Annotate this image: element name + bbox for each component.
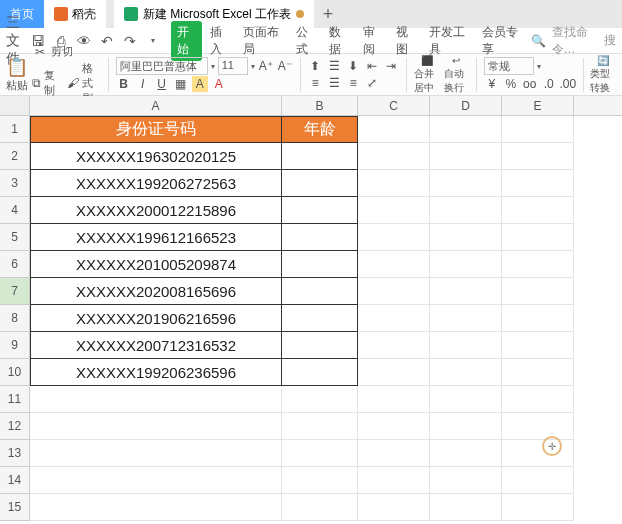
- row-header[interactable]: 7: [0, 278, 30, 305]
- cell[interactable]: [502, 278, 574, 305]
- paste-button[interactable]: 📋 粘贴: [6, 56, 28, 93]
- cell[interactable]: XXXXXX199206272563: [30, 170, 282, 197]
- cell[interactable]: [502, 143, 574, 170]
- cell[interactable]: [430, 359, 502, 386]
- cell[interactable]: [282, 413, 358, 440]
- cell[interactable]: [358, 386, 430, 413]
- row-header[interactable]: 14: [0, 467, 30, 494]
- cell[interactable]: [282, 332, 358, 359]
- cell[interactable]: [502, 494, 574, 521]
- type-convert-button[interactable]: 🔄 类型转换: [590, 55, 616, 95]
- fill-color-icon[interactable]: A: [192, 76, 208, 92]
- row-header[interactable]: 6: [0, 251, 30, 278]
- cell[interactable]: [502, 386, 574, 413]
- cell[interactable]: [30, 467, 282, 494]
- font-size-select[interactable]: 11: [218, 57, 248, 75]
- cell[interactable]: [30, 386, 282, 413]
- cell[interactable]: 年龄: [282, 116, 358, 143]
- row-header[interactable]: 10: [0, 359, 30, 386]
- cell[interactable]: [358, 224, 430, 251]
- underline-button[interactable]: U: [154, 76, 170, 92]
- cell[interactable]: [358, 197, 430, 224]
- cell[interactable]: XXXXXX201906216596: [30, 305, 282, 332]
- row-header[interactable]: 12: [0, 413, 30, 440]
- cell[interactable]: [430, 440, 502, 467]
- cell[interactable]: [282, 224, 358, 251]
- copy-button[interactable]: 复制: [44, 68, 57, 98]
- align-top-icon[interactable]: ⬆: [307, 58, 323, 74]
- cell[interactable]: [358, 251, 430, 278]
- align-left-icon[interactable]: ≡: [307, 75, 323, 91]
- cell[interactable]: [430, 386, 502, 413]
- cell[interactable]: [358, 494, 430, 521]
- indent-left-icon[interactable]: ⇤: [364, 58, 380, 74]
- align-middle-icon[interactable]: ☰: [326, 58, 342, 74]
- cell[interactable]: [502, 197, 574, 224]
- column-header-e[interactable]: E: [502, 96, 574, 115]
- row-header[interactable]: 2: [0, 143, 30, 170]
- cell[interactable]: [502, 440, 574, 467]
- increase-decimal-icon[interactable]: .0: [541, 76, 557, 92]
- row-header[interactable]: 9: [0, 332, 30, 359]
- file-menu[interactable]: 三 文件: [6, 30, 25, 52]
- align-right-icon[interactable]: ≡: [345, 75, 361, 91]
- cell[interactable]: [502, 170, 574, 197]
- cell[interactable]: [358, 440, 430, 467]
- row-header[interactable]: 5: [0, 224, 30, 251]
- cell[interactable]: [430, 332, 502, 359]
- increase-font-icon[interactable]: A⁺: [258, 58, 274, 74]
- chevron-down-icon[interactable]: ▾: [251, 62, 255, 71]
- cell[interactable]: [502, 305, 574, 332]
- cell[interactable]: [282, 386, 358, 413]
- cell[interactable]: [358, 143, 430, 170]
- cell[interactable]: [502, 359, 574, 386]
- row-header[interactable]: 11: [0, 386, 30, 413]
- align-bottom-icon[interactable]: ⬇: [345, 58, 361, 74]
- chevron-down-icon[interactable]: ▾: [211, 62, 215, 71]
- wrap-text-button[interactable]: ↩ 自动换行: [444, 55, 470, 95]
- ribbon-tab-formula[interactable]: 公式: [290, 21, 321, 61]
- tab-daoke[interactable]: 稻壳: [44, 0, 106, 28]
- cell[interactable]: [30, 413, 282, 440]
- cell[interactable]: [502, 116, 574, 143]
- cell[interactable]: [282, 359, 358, 386]
- cell[interactable]: [502, 251, 574, 278]
- select-all-corner[interactable]: [0, 96, 30, 115]
- row-header[interactable]: 13: [0, 440, 30, 467]
- ribbon-tab-review[interactable]: 审阅: [357, 21, 388, 61]
- cell[interactable]: [430, 413, 502, 440]
- font-color-icon[interactable]: A: [211, 76, 227, 92]
- cell[interactable]: XXXXXX196302020125: [30, 143, 282, 170]
- cell[interactable]: [358, 413, 430, 440]
- row-header[interactable]: 15: [0, 494, 30, 521]
- cell[interactable]: [282, 494, 358, 521]
- decrease-decimal-icon[interactable]: .00: [560, 76, 576, 92]
- cell[interactable]: [430, 278, 502, 305]
- cell[interactable]: [282, 467, 358, 494]
- decrease-font-icon[interactable]: A⁻: [277, 58, 293, 74]
- cell[interactable]: XXXXXX200012215896: [30, 197, 282, 224]
- qat-more-icon[interactable]: ▾: [144, 30, 163, 52]
- cell[interactable]: [502, 413, 574, 440]
- cell[interactable]: [282, 278, 358, 305]
- cell[interactable]: [358, 278, 430, 305]
- cell[interactable]: [30, 494, 282, 521]
- cell[interactable]: [282, 197, 358, 224]
- cell[interactable]: [358, 305, 430, 332]
- cut-button[interactable]: 剪切: [51, 44, 73, 59]
- search-hint[interactable]: 查找命令…: [552, 24, 598, 58]
- orientation-icon[interactable]: ⤢: [364, 75, 380, 91]
- align-center-icon[interactable]: ☰: [326, 75, 342, 91]
- row-header[interactable]: 8: [0, 305, 30, 332]
- currency-icon[interactable]: ¥: [484, 76, 500, 92]
- indent-right-icon[interactable]: ⇥: [383, 58, 399, 74]
- ribbon-tab-pagelayout[interactable]: 页面布局: [237, 21, 288, 61]
- cell[interactable]: [358, 170, 430, 197]
- cell[interactable]: [282, 305, 358, 332]
- italic-button[interactable]: I: [135, 76, 151, 92]
- percent-icon[interactable]: %: [503, 76, 519, 92]
- cell[interactable]: XXXXXX200712316532: [30, 332, 282, 359]
- bold-button[interactable]: B: [116, 76, 132, 92]
- cell[interactable]: [430, 494, 502, 521]
- comma-icon[interactable]: oo: [522, 76, 538, 92]
